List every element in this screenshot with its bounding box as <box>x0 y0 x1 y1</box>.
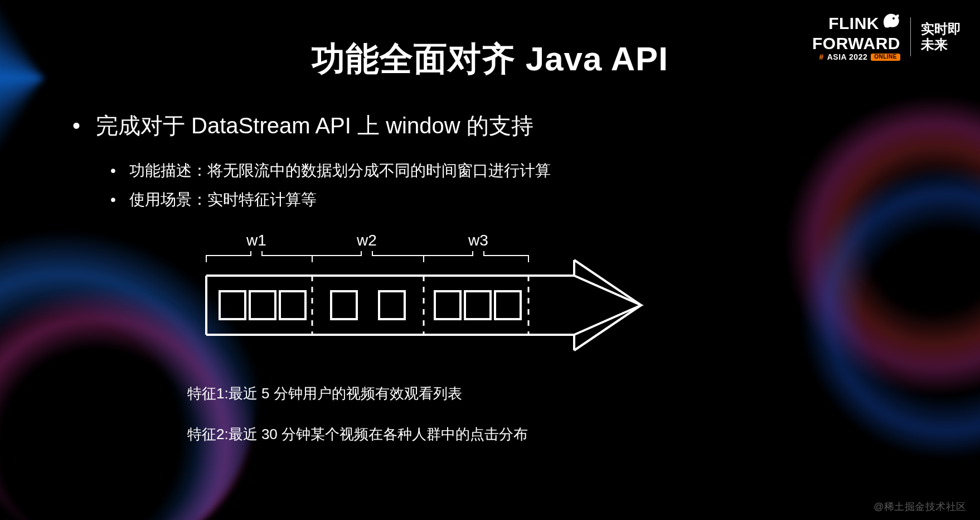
stream-arrow <box>206 260 641 350</box>
logo-online-badge: ONLINE <box>871 54 900 61</box>
logo-divider <box>910 17 911 56</box>
logo-event: ASIA 2022 <box>827 53 867 61</box>
event-logo: FLINK FORWARD # ASIA 2022 ONLINE 实时即 未来 <box>812 12 961 61</box>
window-label: w3 <box>468 232 488 249</box>
svg-line-6 <box>574 260 641 305</box>
svg-rect-13 <box>280 291 305 319</box>
logo-hash: # <box>819 53 823 61</box>
svg-line-7 <box>574 305 641 350</box>
sub-bullet: 使用场景：实时特征计算等 <box>110 189 908 210</box>
sub-bullet: 功能描述：将无限流中的数据划分成不同的时间窗口进行计算 <box>110 160 908 181</box>
svg-rect-17 <box>465 291 491 319</box>
logo-word-flink: FLINK <box>828 15 879 32</box>
svg-rect-15 <box>379 291 405 319</box>
svg-rect-12 <box>250 291 275 319</box>
window-label: w1 <box>246 232 266 249</box>
svg-rect-16 <box>435 291 460 319</box>
slogan-line2: 未来 <box>921 37 961 52</box>
feature-examples: 特征1:最近 5 分钟用户的视频有效观看列表 特征2:最近 30 分钟某个视频在… <box>187 383 528 464</box>
slide-content: 完成对于 DataStream API 上 window 的支持 功能描述：将无… <box>72 110 908 218</box>
svg-rect-11 <box>220 291 245 319</box>
svg-rect-14 <box>331 291 357 319</box>
logo-slogan: 实时即 未来 <box>921 21 961 52</box>
squirrel-icon <box>881 11 900 33</box>
sub-bullet-text: 功能描述：将无限流中的数据划分成不同的时间窗口进行计算 <box>129 162 551 179</box>
example-line: 特征2:最近 30 分钟某个视频在各种人群中的点击分布 <box>187 423 528 445</box>
window-diagram: w1 w2 w3 <box>212 229 714 363</box>
sub-bullet-text: 使用场景：实时特征计算等 <box>129 191 317 208</box>
svg-point-0 <box>892 17 895 20</box>
logo-word-forward: FORWARD <box>812 35 900 52</box>
flink-forward-logo: FLINK FORWARD # ASIA 2022 ONLINE <box>812 12 900 61</box>
svg-rect-18 <box>495 291 521 319</box>
main-bullet-text: 完成对于 DataStream API 上 window 的支持 <box>96 113 533 138</box>
window-brackets <box>206 251 528 262</box>
slide-title: 功能全面对齐 Java API <box>312 37 668 82</box>
watermark: @稀土掘金技术社区 <box>874 500 967 513</box>
main-bullet: 完成对于 DataStream API 上 window 的支持 <box>72 110 908 141</box>
example-line: 特征1:最近 5 分钟用户的视频有效观看列表 <box>187 383 528 405</box>
window-label: w2 <box>356 232 377 249</box>
slogan-line1: 实时即 <box>921 21 961 37</box>
event-squares <box>220 291 521 319</box>
